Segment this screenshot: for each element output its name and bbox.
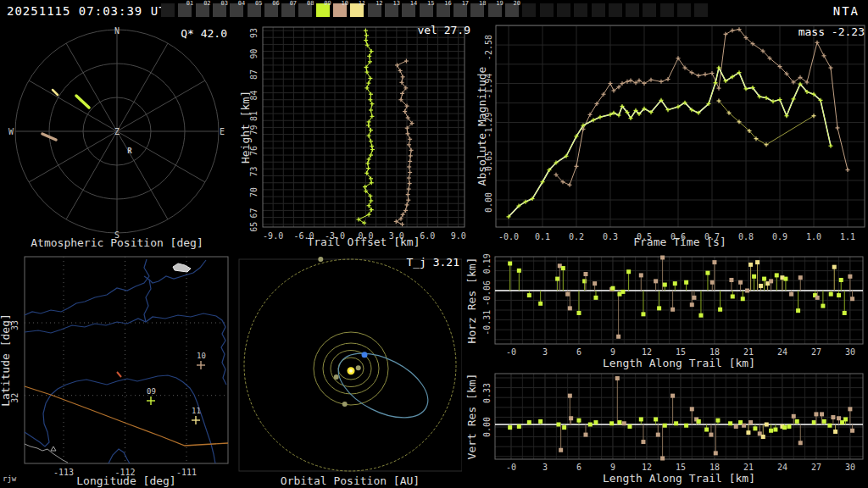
svg-text:E: E bbox=[220, 127, 225, 136]
frame-box-slot-22[interactable] bbox=[540, 3, 554, 17]
svg-text:67: 67 bbox=[249, 208, 259, 218]
svg-text:-9.0: -9.0 bbox=[263, 231, 283, 241]
frame-box-03[interactable]: 03 bbox=[213, 3, 226, 17]
svg-text:21: 21 bbox=[743, 347, 754, 357]
svg-text:12: 12 bbox=[642, 347, 652, 357]
svg-text:-2.58: -2.58 bbox=[484, 35, 493, 60]
frame-box-slot-24[interactable] bbox=[574, 3, 587, 17]
svg-text:10: 10 bbox=[197, 352, 206, 360]
svg-text:Z: Z bbox=[114, 127, 120, 136]
svg-text:0.00: 0.00 bbox=[484, 192, 493, 213]
atmospheric-position-plot: NSWEZRQ* 42.0Atmospheric Position [deg] bbox=[0, 24, 240, 251]
frame-box-slot-30[interactable] bbox=[677, 3, 691, 17]
svg-text:R: R bbox=[127, 147, 132, 155]
svg-text:9: 9 bbox=[610, 347, 615, 357]
svg-text:12: 12 bbox=[642, 463, 652, 472]
svg-text:3: 3 bbox=[542, 463, 548, 472]
svg-text:-113: -113 bbox=[53, 468, 74, 477]
frame-box-04[interactable]: 04 bbox=[230, 3, 243, 17]
frame-box-slot-21[interactable] bbox=[522, 3, 536, 17]
svg-text:-0: -0 bbox=[506, 463, 516, 472]
svg-text:Atmospheric Position [deg]: Atmospheric Position [deg] bbox=[31, 236, 203, 249]
frame-box-label: 11 bbox=[359, 0, 365, 7]
svg-text:Latitude [deg]: Latitude [deg] bbox=[0, 313, 12, 407]
frame-box-09[interactable]: 09 bbox=[316, 3, 330, 17]
frame-box-12[interactable]: 12 bbox=[368, 3, 381, 17]
svg-text:Frame Time [s]: Frame Time [s] bbox=[633, 236, 726, 248]
svg-text:6: 6 bbox=[576, 347, 581, 357]
frame-box-20[interactable]: 20 bbox=[505, 3, 519, 17]
trail-offset-plot: -9.0-6.0-3.00.03.06.09.09390878481797673… bbox=[240, 24, 477, 251]
frame-box-label: 13 bbox=[392, 0, 399, 7]
svg-text:30: 30 bbox=[845, 347, 855, 357]
svg-text:-0.0: -0.0 bbox=[498, 232, 519, 241]
svg-text:9: 9 bbox=[610, 463, 615, 472]
frame-box-label: 17 bbox=[462, 0, 469, 7]
frame-box-14[interactable]: 14 bbox=[402, 3, 415, 17]
frame-box-02[interactable]: 02 bbox=[196, 3, 209, 17]
frame-box-slot-0[interactable] bbox=[161, 3, 175, 17]
horz-residuals-plot: -0369121518212427300.19-0.06-0.31Length … bbox=[462, 251, 868, 369]
frame-box-slot-26[interactable] bbox=[609, 3, 622, 17]
frame-box-label: 02 bbox=[203, 0, 210, 7]
svg-text:mass -2.23: mass -2.23 bbox=[798, 25, 865, 38]
station-code: NTA bbox=[833, 4, 860, 18]
svg-text:11: 11 bbox=[192, 407, 201, 415]
svg-text:-0: -0 bbox=[506, 347, 516, 357]
frame-box-15[interactable]: 15 bbox=[420, 3, 433, 17]
svg-text:90: 90 bbox=[249, 49, 259, 59]
frame-box-slot-23[interactable] bbox=[557, 3, 570, 17]
light-curve-plot: -0.00.10.20.30.50.60.70.80.91.01.1-2.58-… bbox=[477, 24, 868, 251]
svg-text:Longitude [deg]: Longitude [deg] bbox=[76, 474, 175, 487]
svg-text:18: 18 bbox=[709, 347, 720, 357]
frame-box-label: 12 bbox=[376, 0, 382, 7]
frame-box-label: 01 bbox=[186, 0, 193, 7]
svg-text:N: N bbox=[114, 26, 120, 36]
frame-box-label: 19 bbox=[496, 0, 503, 7]
svg-text:3: 3 bbox=[542, 347, 548, 357]
frame-box-slot-31[interactable] bbox=[694, 3, 708, 17]
svg-text:21: 21 bbox=[743, 463, 754, 472]
svg-text:6.0: 6.0 bbox=[420, 231, 435, 241]
frame-box-07[interactable]: 07 bbox=[281, 3, 295, 17]
timestamp: 20251115 07:03:39 UTC bbox=[7, 4, 175, 18]
svg-text:Q* 42.0: Q* 42.0 bbox=[181, 27, 227, 40]
svg-text:0.9: 0.9 bbox=[772, 232, 787, 241]
svg-text:0.33: 0.33 bbox=[482, 383, 492, 403]
frame-box-slot-28[interactable] bbox=[643, 3, 656, 17]
svg-text:0.3: 0.3 bbox=[603, 232, 618, 241]
ground-map-plot: 100911-113-112-1113332Longitude [deg]Lat… bbox=[0, 251, 237, 488]
frame-box-10[interactable]: 10 bbox=[333, 3, 347, 17]
frame-box-19[interactable]: 19 bbox=[488, 3, 502, 17]
svg-text:73: 73 bbox=[249, 166, 259, 176]
frame-box-label: 06 bbox=[272, 0, 279, 7]
frame-box-label: 20 bbox=[514, 0, 520, 7]
frame-box-slot-27[interactable] bbox=[626, 3, 639, 17]
frame-box-slot-29[interactable] bbox=[660, 3, 674, 17]
svg-text:0.00: 0.00 bbox=[482, 417, 492, 437]
svg-text:87: 87 bbox=[249, 69, 259, 80]
frame-box-label: 08 bbox=[307, 0, 314, 7]
frame-box-05[interactable]: 05 bbox=[248, 3, 261, 17]
frame-box-17[interactable]: 17 bbox=[453, 3, 467, 17]
frame-box-label: 05 bbox=[255, 0, 262, 7]
svg-text:vel 27.9: vel 27.9 bbox=[417, 24, 470, 36]
svg-text:6: 6 bbox=[576, 463, 581, 472]
frame-box-16[interactable]: 16 bbox=[437, 3, 450, 17]
frame-box-11[interactable]: 11 bbox=[350, 3, 364, 17]
svg-text:1.1: 1.1 bbox=[840, 232, 855, 241]
frame-box-slot-25[interactable] bbox=[592, 3, 605, 17]
frame-box-08[interactable]: 08 bbox=[298, 3, 312, 17]
svg-text:Absolute Magnitude: Absolute Magnitude bbox=[477, 66, 488, 186]
svg-text:27: 27 bbox=[811, 463, 821, 472]
frame-box-01[interactable]: 01 bbox=[178, 3, 192, 17]
meteor-analysis-screen: 20251115 07:03:39 UTC NTA 01020304050607… bbox=[0, 0, 868, 488]
svg-text:18: 18 bbox=[709, 463, 720, 472]
svg-text:0.1: 0.1 bbox=[535, 232, 550, 241]
frame-box-label: 15 bbox=[427, 0, 434, 7]
svg-text:27: 27 bbox=[811, 347, 821, 357]
frame-box-18[interactable]: 18 bbox=[470, 3, 484, 17]
frame-box-06[interactable]: 06 bbox=[264, 3, 278, 17]
frame-box-label: 10 bbox=[342, 0, 348, 7]
frame-box-13[interactable]: 13 bbox=[385, 3, 398, 17]
